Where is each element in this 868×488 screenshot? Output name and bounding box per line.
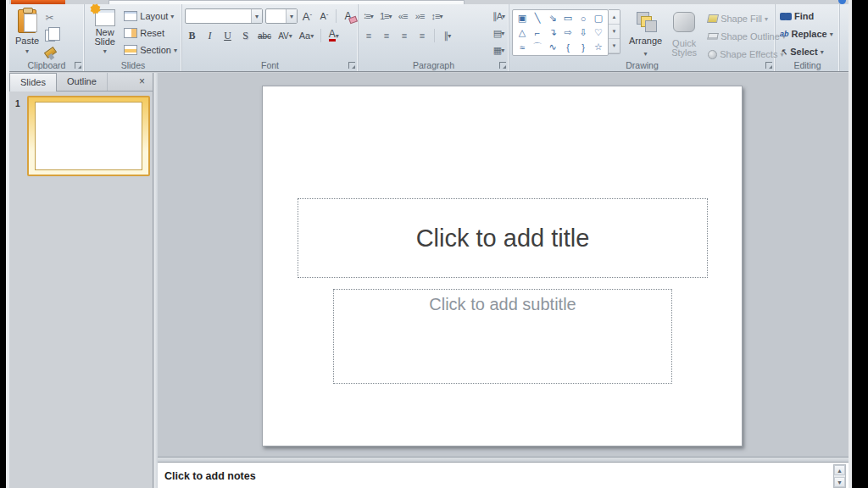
chevron-down-icon: ▾ — [644, 50, 648, 58]
arrange-button[interactable]: Arrange ▾ — [626, 9, 665, 58]
text-direction-button[interactable]: ∥A▾ — [491, 8, 506, 24]
shape-item[interactable]: ╲ — [530, 11, 545, 25]
bullets-button[interactable]: ∶≡▾ — [361, 8, 376, 24]
grow-font-button[interactable]: Aˆ — [300, 8, 314, 24]
italic-button[interactable]: I — [203, 28, 217, 43]
align-text-button[interactable]: ▤▾ — [491, 25, 506, 41]
paste-label: Paste — [15, 36, 39, 46]
font-size-combobox[interactable]: ▾ — [265, 8, 298, 24]
gallery-scroll-up-icon[interactable]: ▲ — [609, 10, 620, 25]
text-shadow-button[interactable]: S — [238, 28, 253, 43]
shape-item[interactable]: ∿ — [545, 40, 560, 54]
shape-item[interactable]: ⇨ — [560, 25, 576, 40]
shape-item[interactable]: ▣ — [515, 11, 530, 25]
chevron-down-icon: ▾ — [336, 32, 339, 40]
shape-item[interactable]: ♡ — [591, 25, 606, 40]
notes-scrollbar[interactable]: ▲ ▼ — [833, 464, 846, 488]
shrink-font-button[interactable]: Aˇ — [317, 8, 331, 24]
select-button[interactable]: ↖ Select ▾ — [778, 44, 835, 59]
powerpoint-window: Paste ▾ ✂ Clipboard New Slide ▾ Layout — [6, 0, 852, 488]
layout-button[interactable]: Layout ▾ — [122, 8, 179, 24]
chevron-down-icon[interactable]: ▾ — [251, 9, 262, 23]
shape-item[interactable]: ⌐ — [530, 25, 545, 40]
group-drawing: ▣ ╲ ⇘ ▭ ○ ▢ △ ⌐ ↴ ⇨ ⇩ ♡ ≈ ⌒ ∿ { } — [509, 4, 776, 71]
shape-item[interactable]: △ — [515, 25, 530, 40]
replace-button[interactable]: ab Replace ▾ — [778, 26, 835, 42]
shape-item[interactable]: ○ — [576, 11, 591, 25]
decrease-indent-button[interactable]: «≡ — [396, 8, 410, 24]
paste-button[interactable]: Paste ▾ — [12, 7, 42, 56]
font-color-button[interactable]: A▾ — [326, 28, 341, 43]
layout-icon — [124, 11, 137, 21]
reset-button[interactable]: Reset — [122, 25, 179, 41]
underline-button[interactable]: U — [220, 28, 235, 43]
copy-button[interactable] — [42, 28, 57, 43]
align-left-button[interactable]: ≡ — [361, 28, 376, 43]
numbering-button[interactable]: 1≡▾ — [378, 8, 393, 24]
drawing-dialog-launcher[interactable] — [765, 62, 772, 69]
clear-formatting-button[interactable]: A — [341, 8, 355, 24]
notes-placeholder[interactable]: Click to add notes — [164, 470, 256, 482]
font-name-combobox[interactable]: ▾ — [185, 8, 263, 24]
align-right-button[interactable]: ≡ — [397, 28, 411, 43]
columns-button[interactable]: ∥▾ — [440, 28, 454, 43]
shape-item[interactable]: ≈ — [515, 40, 530, 54]
format-painter-button[interactable] — [42, 46, 57, 61]
gallery-scroll-down-icon[interactable]: ▼ — [609, 25, 620, 39]
tab-slides[interactable]: Slides — [9, 73, 57, 92]
chevron-down-icon: ▾ — [821, 48, 824, 56]
align-center-button[interactable]: ≡ — [379, 28, 393, 43]
shape-item[interactable]: { — [560, 40, 576, 54]
subtitle-placeholder[interactable]: Click to add subtitle — [333, 289, 672, 384]
shape-item[interactable]: ▭ — [560, 11, 576, 25]
close-icon[interactable]: × — [131, 73, 153, 91]
tab-outline[interactable]: Outline — [57, 73, 108, 91]
bold-button[interactable]: B — [185, 28, 199, 43]
bullets-icon: ∶≡ — [364, 11, 370, 22]
scroll-up-icon[interactable]: ▲ — [834, 465, 845, 475]
gallery-more-icon[interactable]: ▼ — [609, 39, 620, 53]
change-case-button[interactable]: Aa▾ — [298, 28, 315, 43]
ribbon-filler — [840, 4, 849, 71]
notes-splitter[interactable] — [158, 457, 849, 463]
shape-item[interactable]: ▢ — [591, 11, 606, 25]
shape-outline-label: Shape Outline — [721, 31, 780, 42]
find-binoculars-icon — [780, 13, 792, 20]
slide-canvas[interactable]: Click to add title Click to add subtitle — [262, 86, 743, 446]
shape-item[interactable]: } — [576, 40, 591, 54]
paragraph-group-label: Paragraph — [359, 60, 509, 70]
shapes-gallery-scrollbar[interactable]: ▲ ▼ ▼ — [609, 9, 620, 54]
grow-font-arrow-icon: ˆ — [310, 13, 313, 20]
shrink-font-arrow-icon: ˇ — [326, 13, 329, 20]
new-slide-button[interactable]: New Slide ▾ — [87, 7, 122, 56]
increase-indent-button[interactable]: »≡ — [413, 8, 427, 24]
chevron-down-icon: ▾ — [502, 13, 504, 20]
shape-item[interactable]: ⇘ — [545, 11, 560, 25]
title-placeholder[interactable]: Click to add title — [298, 198, 708, 278]
shape-item[interactable]: ☆ — [591, 40, 606, 54]
notes-pane[interactable]: Click to add notes ▲ ▼ — [158, 463, 849, 488]
font-dialog-launcher[interactable] — [348, 62, 355, 69]
justify-button[interactable]: ≡ — [415, 28, 429, 43]
clipboard-dialog-launcher[interactable] — [75, 62, 81, 69]
line-spacing-button[interactable]: ↕≡▾ — [430, 8, 444, 24]
chevron-down-icon: ▾ — [501, 30, 504, 37]
chevron-down-icon: ▾ — [289, 32, 292, 40]
paragraph-dialog-launcher[interactable] — [499, 62, 506, 69]
section-button[interactable]: Section ▾ — [122, 42, 179, 58]
shape-item[interactable]: ⌒ — [530, 40, 545, 54]
strikethrough-button[interactable]: abc — [256, 28, 273, 43]
chevron-down-icon[interactable]: ▾ — [286, 9, 297, 23]
text-direction-icon: ∥A — [492, 11, 502, 22]
character-spacing-button[interactable]: AV▾ — [276, 28, 294, 43]
find-button[interactable]: Find — [778, 8, 835, 24]
slide-thumbnail-row: 1 — [14, 96, 150, 176]
cut-button[interactable]: ✂ — [42, 10, 57, 25]
slide-thumbnail-selected[interactable] — [27, 96, 150, 176]
shape-item[interactable]: ⇩ — [576, 25, 591, 40]
scroll-down-icon[interactable]: ▼ — [834, 477, 845, 487]
shape-item[interactable]: ↴ — [545, 25, 560, 40]
convert-smartart-button[interactable]: ▦▾ — [491, 42, 506, 58]
quick-styles-button[interactable]: Quick Styles — [665, 9, 703, 58]
shapes-gallery[interactable]: ▣ ╲ ⇘ ▭ ○ ▢ △ ⌐ ↴ ⇨ ⇩ ♡ ≈ ⌒ ∿ { } — [512, 9, 609, 56]
